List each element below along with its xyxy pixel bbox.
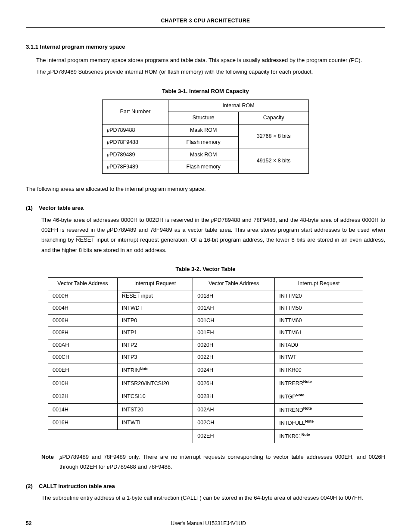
section-heading: 3.1.1 Internal program memory space <box>26 43 385 51</box>
cell: INTRINNote <box>117 364 193 377</box>
cell: 0022H <box>193 352 275 364</box>
page-footer: 52 User's Manual U15331EJ4V1UD <box>26 520 385 527</box>
table-row: μPD789489 Mask ROM 49152 × 8 bits <box>103 149 309 161</box>
cell: 0006H <box>48 314 118 327</box>
sub-title: CALLT instruction table area <box>39 483 115 489</box>
cell: 0024H <box>193 364 275 377</box>
cell: 0028H <box>193 390 275 404</box>
cell: 0008H <box>48 327 118 339</box>
cell: μPD789488 <box>103 124 168 137</box>
page-number: 52 <box>26 520 31 527</box>
cell: INTP2 <box>117 339 193 352</box>
vector-table: Vector Table Address Interrupt Request V… <box>48 277 363 443</box>
sub-body: The 46-byte area of addresses 0000H to 0… <box>41 215 385 255</box>
table-row: 000CHINTP30022HINTWT <box>48 352 363 364</box>
cell: INTP0 <box>117 314 193 327</box>
cell: 000CH <box>48 352 118 364</box>
table-row: 0008HINTP1001EHINTTM61 <box>48 327 363 339</box>
cell: INTKR00 <box>275 364 363 377</box>
cell: 001CH <box>193 314 275 327</box>
table-row: 0000HRESET input0018HINTTM20 <box>48 290 363 302</box>
th: Vector Table Address <box>48 278 118 290</box>
table-row: Part Number Internal ROM <box>103 100 309 112</box>
note-label: Note <box>41 452 57 462</box>
cell: Mask ROM <box>168 124 239 137</box>
cell: 0026H <box>193 377 275 390</box>
cell: INTTM60 <box>275 314 363 327</box>
cell: μPD78F9488 <box>103 137 168 149</box>
table2-title: Table 3-2. Vector Table <box>26 265 385 273</box>
cell: 002EH <box>193 430 275 443</box>
cell: 0014H <box>48 403 118 417</box>
cell: INTWTI <box>117 417 193 430</box>
th: Interrupt Request <box>275 278 363 290</box>
callt-section: (2)CALLT instruction table area The subr… <box>26 482 385 503</box>
th-rom: Internal ROM <box>168 100 309 112</box>
followup-para: The following areas are allocated to the… <box>26 184 385 194</box>
th: Vector Table Address <box>193 278 275 290</box>
cell: 002AH <box>193 403 275 417</box>
chapter-header: CHAPTER 3 CPU ARCHITECTURE <box>26 17 385 28</box>
table-row: 0012HINTCSI100028HINTGPNote <box>48 390 363 404</box>
th-part: Part Number <box>103 100 168 124</box>
cell: INTTM61 <box>275 327 363 339</box>
table-row: 002EHINTKR01Note <box>48 430 363 443</box>
cell: Mask ROM <box>168 149 239 161</box>
sub-num: (1) <box>26 204 39 212</box>
th-struct: Structure <box>168 112 239 124</box>
intro-para-1: The internal program memory space stores… <box>26 55 385 65</box>
cell: INTP1 <box>117 327 193 339</box>
cell: 0012H <box>48 390 118 404</box>
cell: INTKR01Note <box>275 430 363 443</box>
table-row: 0010HINTSR20/INTCSI200026HINTRERRNote <box>48 377 363 390</box>
sub-title: Vector table area <box>39 205 84 211</box>
table-row: 0016HINTWTI002CHINTDFULLNote <box>48 417 363 430</box>
sub-heading: (2)CALLT instruction table area <box>26 482 385 490</box>
sub-body: The subroutine entry address of a 1-byte… <box>41 493 385 503</box>
table-row: 0006HINTP0001CHINTTM60 <box>48 314 363 327</box>
table-row: Vector Table Address Interrupt Request V… <box>48 278 363 290</box>
intro-para-2: The μPD789489 Subseries provide internal… <box>26 67 385 77</box>
cell: 0018H <box>193 290 275 302</box>
txt: The <box>36 68 47 75</box>
cell: INTWDT <box>117 302 193 315</box>
cell: 0004H <box>48 302 118 315</box>
table-row: 000EHINTRINNote0024HINTKR00 <box>48 364 363 377</box>
note-body: μPD789489 and 78F9489 only. There are no… <box>59 452 385 472</box>
cell: 0020H <box>193 339 275 352</box>
cell: μPD789489 <box>103 149 168 161</box>
cell: 0016H <box>48 417 118 430</box>
txt: PD789489 Subseries provide internal ROM … <box>50 68 313 75</box>
cell: INTRENDNote <box>275 403 363 417</box>
cell: INTRERRNote <box>275 377 363 390</box>
vector-table-area-section: (1)Vector table area The 46-byte area of… <box>26 204 385 255</box>
sub-heading: (1)Vector table area <box>26 204 385 212</box>
cell: INTAD0 <box>275 339 363 352</box>
table1-title: Table 3-1. Internal ROM Capacity <box>26 87 385 95</box>
cell: 001EH <box>193 327 275 339</box>
note-block: Note μPD789489 and 78F9489 only. There a… <box>41 452 385 472</box>
table-row: 0004HINTWDT001AHINTTM50 <box>48 302 363 315</box>
cell: INTST20 <box>117 403 193 417</box>
cell: Flash memory <box>168 161 239 174</box>
reset-overline: RESET <box>76 236 94 243</box>
sub-num: (2) <box>26 482 39 490</box>
cell: INTTM50 <box>275 302 363 315</box>
table-row: 0014HINTST20002AHINTRENDNote <box>48 403 363 417</box>
table-row: 000AHINTP20020HINTAD0 <box>48 339 363 352</box>
th: Interrupt Request <box>117 278 193 290</box>
cell: 000EH <box>48 364 118 377</box>
cell: INTGPNote <box>275 390 363 404</box>
cell: RESET input <box>117 290 193 302</box>
cell: INTCSI10 <box>117 390 193 404</box>
cell: 49152 × 8 bits <box>239 149 309 173</box>
cell: 001AH <box>193 302 275 315</box>
cell: 002CH <box>193 417 275 430</box>
manual-id: User's Manual U15331EJ4V1UD <box>26 520 385 527</box>
cell: 0000H <box>48 290 118 302</box>
table-row: μPD789488 Mask ROM 32768 × 8 bits <box>103 124 309 137</box>
cell: 32768 × 8 bits <box>239 124 309 149</box>
cell: Flash memory <box>168 137 239 149</box>
th-cap: Capacity <box>239 112 309 124</box>
cell: INTDFULLNote <box>275 417 363 430</box>
